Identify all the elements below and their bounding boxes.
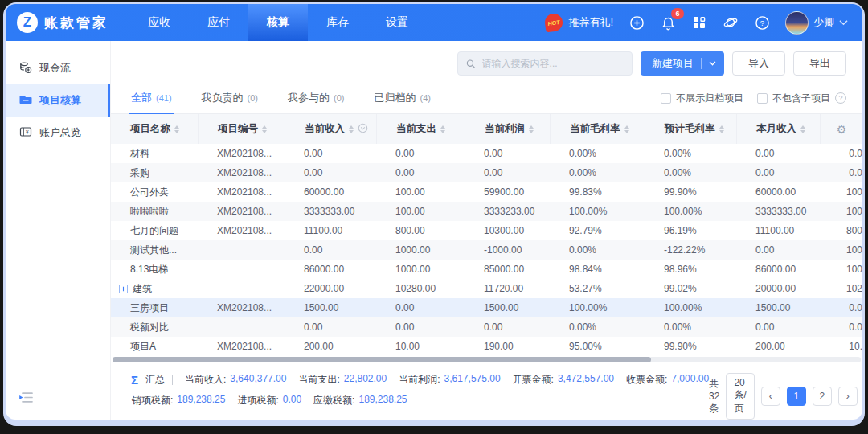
- table-row[interactable]: 三房项目XM202108...1500.000.001500.00100.00%…: [111, 298, 862, 317]
- nav-menu-item[interactable]: 应付: [189, 4, 248, 41]
- help-circle-icon[interactable]: ?: [835, 92, 846, 104]
- value-cell: 59900.00: [465, 186, 550, 198]
- summary-title-label: 汇总: [145, 373, 165, 387]
- project-name: 啦啦啦啦: [130, 205, 169, 219]
- summary-item: 进项税额:0.00: [237, 394, 301, 407]
- value-cell: 86000.00: [736, 264, 820, 275]
- project-name: 七月的问题: [130, 224, 178, 238]
- table-row[interactable]: 项目AXM202108...200.0010.00190.0095.00%99.…: [111, 337, 862, 356]
- table-row[interactable]: 采购XM202108...0.000.000.000.00%0.00%0.000…: [111, 163, 862, 182]
- export-button[interactable]: 导出: [793, 51, 846, 76]
- sort-icon[interactable]: [529, 125, 534, 133]
- prev-page-button[interactable]: ‹: [761, 387, 780, 406]
- nav-menu-item[interactable]: 库存: [308, 4, 367, 41]
- summary-item: 当前收入:3,640,377.00: [185, 373, 286, 387]
- sort-icon[interactable]: [440, 125, 445, 133]
- user-menu[interactable]: 少卿: [785, 11, 848, 35]
- table-row[interactable]: 建筑22000.0010280.0011720.0053.27%99.02%20…: [111, 279, 862, 298]
- column-header-label: 预计毛利率: [665, 122, 715, 136]
- value-cell: 20000.00: [736, 283, 820, 294]
- tab[interactable]: 已归档的(4): [374, 83, 430, 113]
- page-number-button[interactable]: 2: [813, 387, 832, 406]
- app-logo-icon: Z: [17, 12, 38, 33]
- value-cell: 0.00: [465, 148, 550, 159]
- scrollbar-thumb[interactable]: [113, 357, 651, 362]
- column-header[interactable]: 当前利润: [465, 114, 550, 144]
- tab[interactable]: 我参与的(0): [288, 83, 344, 113]
- notifications-bell-icon[interactable]: 6: [660, 14, 676, 31]
- value-cell: 60000.00: [285, 186, 376, 198]
- summary-label: 进项税额:: [237, 394, 278, 407]
- table-row[interactable]: 材料XM202108...0.000.000.000.00%0.00%0.000…: [111, 144, 862, 163]
- sort-icon[interactable]: [349, 125, 354, 133]
- service-orbit-icon[interactable]: [723, 14, 739, 31]
- filter-checkbox-option[interactable]: 不展示归档项目: [661, 92, 743, 105]
- table-row[interactable]: 8.13电梯86000.001000.0085000.0098.84%98.96…: [111, 260, 862, 279]
- project-name-cell: 公司外卖: [111, 186, 198, 199]
- nav-menu-item[interactable]: 应收: [129, 4, 189, 41]
- value-cell: 200.00: [285, 341, 376, 352]
- project-code-cell: XM202108...: [198, 186, 285, 198]
- value-cell: 0.00%: [550, 167, 645, 178]
- column-header[interactable]: 本月收入: [736, 114, 820, 144]
- nav-menu-item[interactable]: 核算: [248, 4, 308, 41]
- page-number-button[interactable]: 1: [787, 387, 806, 406]
- search-input[interactable]: [481, 57, 624, 70]
- column-header[interactable]: 当前收入: [285, 114, 376, 144]
- sidebar-item[interactable]: 现金流: [6, 52, 110, 84]
- sort-icon[interactable]: [719, 125, 724, 133]
- help-icon[interactable]: ?: [754, 14, 770, 31]
- column-header-label: 当前支出: [396, 122, 436, 136]
- nav-menu-item[interactable]: 设置: [367, 4, 427, 41]
- table-row[interactable]: 七月的问题XM202108...11100.00800.0010300.0092…: [111, 221, 862, 240]
- column-header[interactable]: 当前毛利率: [550, 114, 645, 144]
- column-header[interactable]: 当前支出: [376, 114, 465, 144]
- value-cell: 10.00: [376, 341, 465, 352]
- project-name: 材料: [130, 147, 149, 161]
- app-brand[interactable]: Z 账款管家: [17, 12, 108, 33]
- project-name-cell: 七月的问题: [111, 224, 198, 238]
- filter-checkbox-option[interactable]: 不包含子项目?: [757, 92, 846, 105]
- sort-icon[interactable]: [262, 125, 267, 133]
- checkbox-icon[interactable]: [757, 93, 768, 104]
- collapse-summary-circle-icon[interactable]: [358, 123, 368, 136]
- promo-link[interactable]: HOT 推荐有礼!: [545, 14, 613, 31]
- checkbox-icon[interactable]: [661, 93, 671, 104]
- next-page-button[interactable]: ›: [838, 387, 858, 406]
- tab-label: 已归档的: [374, 91, 416, 105]
- import-button[interactable]: 导入: [732, 51, 785, 76]
- summary-title: Σ 汇总: [131, 373, 173, 387]
- new-project-button[interactable]: 新建项目: [641, 51, 724, 76]
- value-cell: 0.00%: [550, 244, 645, 256]
- tab-label: 我负责的: [202, 91, 244, 105]
- tab[interactable]: 我负责的(0): [202, 83, 258, 113]
- sort-icon[interactable]: [624, 125, 629, 133]
- value-cell: 100.00: [376, 186, 465, 198]
- table-row[interactable]: 税额对比0.000.000.000.00%0.00%0.000.0: [111, 317, 862, 337]
- project-name: 采购: [130, 166, 149, 180]
- column-header[interactable]: 项目编号: [198, 114, 285, 144]
- column-header[interactable]: 项目名称: [111, 114, 198, 144]
- sidebar-item[interactable]: ¥账户总览: [6, 117, 110, 149]
- value-cell: 85000.00: [465, 264, 550, 275]
- value-cell: 0.00%: [645, 321, 736, 333]
- gear-icon[interactable]: ⚙: [837, 123, 847, 136]
- sidebar-item[interactable]: 项目核算: [6, 84, 110, 117]
- table-row[interactable]: 公司外卖XM202108...60000.00100.0059900.0099.…: [111, 182, 862, 202]
- column-header[interactable]: 预计毛利率: [645, 114, 736, 144]
- table-row[interactable]: 啦啦啦啦XM202108...3333333.00100.003333233.0…: [111, 202, 862, 221]
- tab[interactable]: 全部(41): [131, 83, 172, 113]
- sort-icon[interactable]: [174, 125, 179, 133]
- sidebar-collapse-icon[interactable]: [18, 391, 34, 407]
- expand-plus-icon[interactable]: [119, 285, 128, 293]
- table-row[interactable]: 测试其他...0.001000.00-1000.000.00%-122.22%0…: [111, 240, 862, 260]
- project-code-cell: XM202108...: [198, 225, 285, 236]
- sort-icon[interactable]: [800, 125, 805, 133]
- user-name: 少卿: [813, 15, 834, 30]
- apps-grid-icon[interactable]: [691, 14, 707, 31]
- page-size-select[interactable]: 20条/页: [726, 373, 754, 420]
- summary-item: 开票金额:3,472,557.00: [513, 373, 614, 387]
- tabs-row: 全部(41)我负责的(0)我参与的(0)已归档的(4) 不展示归档项目不包含子项…: [111, 83, 862, 114]
- plus-circle-icon[interactable]: [628, 14, 645, 31]
- avatar: [785, 11, 809, 35]
